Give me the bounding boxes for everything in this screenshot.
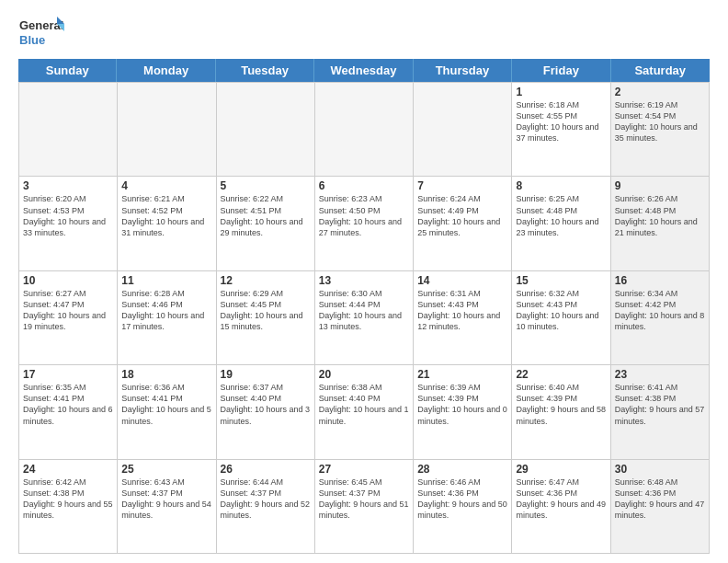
header-cell-tuesday: Tuesday bbox=[216, 59, 314, 82]
day-number: 19 bbox=[221, 368, 311, 381]
day-info: Sunrise: 6:35 AM Sunset: 4:41 PM Dayligh… bbox=[23, 382, 113, 427]
week-row-1: 1Sunrise: 6:18 AM Sunset: 4:55 PM Daylig… bbox=[19, 83, 710, 177]
day-cell-12: 12Sunrise: 6:29 AM Sunset: 4:45 PM Dayli… bbox=[217, 271, 315, 365]
day-cell-25: 25Sunrise: 6:43 AM Sunset: 4:37 PM Dayli… bbox=[118, 460, 216, 554]
day-cell-1: 1Sunrise: 6:18 AM Sunset: 4:55 PM Daylig… bbox=[512, 83, 610, 177]
day-info: Sunrise: 6:39 AM Sunset: 4:39 PM Dayligh… bbox=[417, 382, 507, 427]
day-number: 1 bbox=[516, 86, 606, 98]
day-info: Sunrise: 6:42 AM Sunset: 4:38 PM Dayligh… bbox=[23, 477, 113, 522]
day-number: 12 bbox=[221, 274, 311, 287]
day-info: Sunrise: 6:23 AM Sunset: 4:50 PM Dayligh… bbox=[319, 193, 409, 238]
day-number: 26 bbox=[221, 463, 311, 476]
day-info: Sunrise: 6:37 AM Sunset: 4:40 PM Dayligh… bbox=[221, 382, 311, 427]
day-number: 3 bbox=[23, 179, 113, 192]
day-number: 9 bbox=[615, 179, 705, 192]
day-info: Sunrise: 6:18 AM Sunset: 4:55 PM Dayligh… bbox=[516, 99, 606, 144]
day-info: Sunrise: 6:40 AM Sunset: 4:39 PM Dayligh… bbox=[516, 382, 606, 427]
day-cell-20: 20Sunrise: 6:38 AM Sunset: 4:40 PM Dayli… bbox=[315, 365, 414, 459]
logo-svg: General Blue bbox=[18, 15, 64, 52]
day-number: 8 bbox=[516, 179, 606, 192]
day-cell-8: 8Sunrise: 6:25 AM Sunset: 4:48 PM Daylig… bbox=[512, 177, 610, 270]
day-cell-10: 10Sunrise: 6:27 AM Sunset: 4:47 PM Dayli… bbox=[19, 271, 118, 365]
day-info: Sunrise: 6:30 AM Sunset: 4:44 PM Dayligh… bbox=[319, 288, 409, 333]
calendar-header: SundayMondayTuesdayWednesdayThursdayFrid… bbox=[18, 59, 710, 82]
day-info: Sunrise: 6:43 AM Sunset: 4:37 PM Dayligh… bbox=[121, 477, 211, 522]
day-info: Sunrise: 6:20 AM Sunset: 4:53 PM Dayligh… bbox=[23, 193, 113, 238]
calendar: SundayMondayTuesdayWednesdayThursdayFrid… bbox=[18, 59, 710, 554]
day-number: 11 bbox=[121, 274, 211, 287]
day-info: Sunrise: 6:34 AM Sunset: 4:42 PM Dayligh… bbox=[615, 288, 705, 333]
day-number: 14 bbox=[417, 274, 507, 287]
day-cell-30: 30Sunrise: 6:48 AM Sunset: 4:36 PM Dayli… bbox=[611, 460, 710, 554]
day-info: Sunrise: 6:32 AM Sunset: 4:43 PM Dayligh… bbox=[516, 288, 606, 333]
day-info: Sunrise: 6:45 AM Sunset: 4:37 PM Dayligh… bbox=[319, 477, 409, 522]
day-cell-5: 5Sunrise: 6:22 AM Sunset: 4:51 PM Daylig… bbox=[217, 177, 315, 270]
day-cell-7: 7Sunrise: 6:24 AM Sunset: 4:49 PM Daylig… bbox=[414, 177, 512, 270]
header-cell-wednesday: Wednesday bbox=[314, 59, 413, 82]
day-number: 27 bbox=[319, 463, 409, 476]
day-cell-24: 24Sunrise: 6:42 AM Sunset: 4:38 PM Dayli… bbox=[19, 460, 118, 554]
day-number: 22 bbox=[516, 368, 606, 381]
day-cell-empty bbox=[414, 83, 512, 177]
day-cell-28: 28Sunrise: 6:46 AM Sunset: 4:36 PM Dayli… bbox=[414, 460, 512, 554]
day-cell-18: 18Sunrise: 6:36 AM Sunset: 4:41 PM Dayli… bbox=[118, 365, 216, 459]
day-info: Sunrise: 6:31 AM Sunset: 4:43 PM Dayligh… bbox=[417, 288, 507, 333]
header-cell-sunday: Sunday bbox=[18, 59, 117, 82]
page: General Blue SundayMondayTuesdayWednesda… bbox=[0, 0, 728, 563]
day-number: 30 bbox=[615, 463, 705, 476]
day-info: Sunrise: 6:22 AM Sunset: 4:51 PM Dayligh… bbox=[221, 193, 311, 238]
day-number: 10 bbox=[23, 274, 113, 287]
day-info: Sunrise: 6:38 AM Sunset: 4:40 PM Dayligh… bbox=[319, 382, 409, 427]
day-cell-4: 4Sunrise: 6:21 AM Sunset: 4:52 PM Daylig… bbox=[118, 177, 216, 270]
day-cell-11: 11Sunrise: 6:28 AM Sunset: 4:46 PM Dayli… bbox=[118, 271, 216, 365]
day-number: 2 bbox=[615, 86, 705, 98]
day-cell-13: 13Sunrise: 6:30 AM Sunset: 4:44 PM Dayli… bbox=[315, 271, 414, 365]
day-number: 25 bbox=[121, 463, 211, 476]
day-number: 4 bbox=[121, 179, 211, 192]
day-info: Sunrise: 6:25 AM Sunset: 4:48 PM Dayligh… bbox=[516, 193, 606, 238]
day-info: Sunrise: 6:29 AM Sunset: 4:45 PM Dayligh… bbox=[221, 288, 311, 333]
day-number: 21 bbox=[417, 368, 507, 381]
day-info: Sunrise: 6:27 AM Sunset: 4:47 PM Dayligh… bbox=[23, 288, 113, 333]
header-cell-monday: Monday bbox=[117, 59, 215, 82]
day-number: 18 bbox=[121, 368, 211, 381]
day-info: Sunrise: 6:26 AM Sunset: 4:48 PM Dayligh… bbox=[615, 193, 705, 238]
day-cell-empty bbox=[19, 83, 118, 177]
day-info: Sunrise: 6:21 AM Sunset: 4:52 PM Dayligh… bbox=[121, 193, 211, 238]
week-row-4: 17Sunrise: 6:35 AM Sunset: 4:41 PM Dayli… bbox=[19, 365, 710, 459]
day-cell-14: 14Sunrise: 6:31 AM Sunset: 4:43 PM Dayli… bbox=[414, 271, 512, 365]
day-number: 20 bbox=[319, 368, 409, 381]
day-info: Sunrise: 6:46 AM Sunset: 4:36 PM Dayligh… bbox=[417, 477, 507, 522]
day-cell-2: 2Sunrise: 6:19 AM Sunset: 4:54 PM Daylig… bbox=[611, 83, 710, 177]
day-number: 16 bbox=[615, 274, 705, 287]
day-number: 23 bbox=[615, 368, 705, 381]
day-cell-21: 21Sunrise: 6:39 AM Sunset: 4:39 PM Dayli… bbox=[414, 365, 512, 459]
day-number: 15 bbox=[516, 274, 606, 287]
day-number: 24 bbox=[23, 463, 113, 476]
day-info: Sunrise: 6:41 AM Sunset: 4:38 PM Dayligh… bbox=[615, 382, 705, 427]
day-info: Sunrise: 6:44 AM Sunset: 4:37 PM Dayligh… bbox=[221, 477, 311, 522]
day-number: 29 bbox=[516, 463, 606, 476]
week-row-5: 24Sunrise: 6:42 AM Sunset: 4:38 PM Dayli… bbox=[19, 460, 710, 554]
svg-text:Blue: Blue bbox=[19, 33, 45, 47]
day-number: 7 bbox=[417, 179, 507, 192]
logo: General Blue bbox=[18, 15, 64, 52]
day-cell-19: 19Sunrise: 6:37 AM Sunset: 4:40 PM Dayli… bbox=[217, 365, 315, 459]
day-number: 17 bbox=[23, 368, 113, 381]
day-info: Sunrise: 6:28 AM Sunset: 4:46 PM Dayligh… bbox=[121, 288, 211, 333]
day-cell-16: 16Sunrise: 6:34 AM Sunset: 4:42 PM Dayli… bbox=[611, 271, 710, 365]
header-cell-friday: Friday bbox=[512, 59, 610, 82]
day-info: Sunrise: 6:36 AM Sunset: 4:41 PM Dayligh… bbox=[121, 382, 211, 427]
day-cell-26: 26Sunrise: 6:44 AM Sunset: 4:37 PM Dayli… bbox=[217, 460, 315, 554]
day-cell-27: 27Sunrise: 6:45 AM Sunset: 4:37 PM Dayli… bbox=[315, 460, 414, 554]
day-cell-empty bbox=[315, 83, 414, 177]
calendar-body: 1Sunrise: 6:18 AM Sunset: 4:55 PM Daylig… bbox=[18, 82, 710, 554]
day-number: 28 bbox=[417, 463, 507, 476]
day-cell-empty bbox=[217, 83, 315, 177]
day-cell-23: 23Sunrise: 6:41 AM Sunset: 4:38 PM Dayli… bbox=[611, 365, 710, 459]
week-row-3: 10Sunrise: 6:27 AM Sunset: 4:47 PM Dayli… bbox=[19, 271, 710, 365]
day-cell-6: 6Sunrise: 6:23 AM Sunset: 4:50 PM Daylig… bbox=[315, 177, 414, 270]
day-info: Sunrise: 6:24 AM Sunset: 4:49 PM Dayligh… bbox=[417, 193, 507, 238]
day-cell-29: 29Sunrise: 6:47 AM Sunset: 4:36 PM Dayli… bbox=[512, 460, 610, 554]
day-cell-15: 15Sunrise: 6:32 AM Sunset: 4:43 PM Dayli… bbox=[512, 271, 610, 365]
